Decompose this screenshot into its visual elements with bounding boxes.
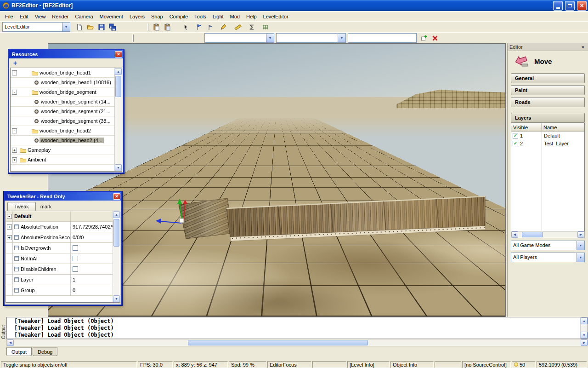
menu-item-tools[interactable]: Tools (191, 12, 209, 21)
save-button[interactable] (96, 22, 107, 32)
scrollbar-thumb[interactable] (115, 76, 121, 97)
flag-tool-button[interactable] (194, 22, 205, 32)
collapse-icon[interactable]: - (12, 128, 17, 133)
tweakerbar-titlebar[interactable]: TweakerBar - Read Only ✕ (5, 192, 121, 201)
resources-vscrollbar[interactable]: ▲ ▼ (114, 68, 122, 171)
property-checkbox[interactable] (73, 256, 78, 261)
editor-panel-close-button[interactable]: ✕ (580, 45, 586, 50)
tab-mark[interactable]: mark (40, 202, 51, 211)
tree-item[interactable]: wooden_bridge_head1 (10816) (11, 78, 114, 87)
menu-item-view[interactable]: View (32, 12, 49, 21)
restore-button[interactable] (565, 1, 575, 11)
expand-icon[interactable]: + (12, 157, 17, 162)
editor-mode-combo[interactable]: LevelEditor ▼ (2, 22, 70, 32)
grid-tool-button[interactable] (260, 22, 271, 32)
scrollbar-thumb[interactable] (522, 232, 543, 237)
menu-item-edit[interactable]: Edit (17, 12, 32, 21)
layers-section-header[interactable]: Layers (511, 113, 585, 123)
minimize-button[interactable] (553, 1, 563, 11)
scroll-right-icon[interactable]: ▶ (581, 339, 588, 346)
tree-item[interactable]: wooden_bridge_segment (38... (11, 116, 114, 126)
pen-tool-button[interactable] (218, 22, 229, 32)
chevron-down-icon[interactable]: ▼ (266, 34, 274, 42)
scroll-up-icon[interactable]: ▲ (113, 211, 120, 218)
tree-item[interactable]: wooden_bridge_segment (21... (11, 107, 114, 116)
open-button[interactable] (85, 22, 96, 32)
property-checkbox[interactable] (73, 266, 78, 272)
editor-panel-titlebar[interactable]: Editor ✕ (508, 43, 588, 51)
menu-item-help[interactable]: Help (243, 12, 260, 21)
tree-item[interactable]: wooden_bridge_segment (14... (11, 97, 114, 107)
expand-icon[interactable]: + (7, 224, 12, 230)
select-cursor-button[interactable] (180, 22, 191, 32)
save-all-button[interactable] (107, 22, 118, 32)
scroll-right-icon[interactable]: ▶ (577, 231, 584, 238)
console-vscrollbar[interactable]: ▲ ▼ (580, 317, 588, 339)
resources-close-button[interactable]: ✕ (115, 51, 122, 58)
chevron-down-icon[interactable]: ▼ (577, 253, 584, 262)
scroll-down-icon[interactable]: ▼ (115, 164, 122, 171)
property-row[interactable]: NotInAI (6, 253, 113, 264)
flag-tool-2-button[interactable] (205, 22, 216, 32)
scroll-left-icon[interactable]: ◀ (7, 339, 14, 346)
property-checkbox[interactable] (73, 245, 78, 251)
chevron-down-icon[interactable]: ▼ (338, 34, 345, 42)
scrollbar-thumb[interactable] (113, 219, 119, 247)
menu-item-layers[interactable]: Layers (126, 12, 148, 21)
column-visible[interactable]: Visible (511, 123, 542, 132)
tree-folder[interactable]: + Gameplay (11, 145, 114, 155)
sigma-tool-button[interactable] (246, 22, 257, 32)
property-row[interactable]: IsOvergrowth (6, 243, 113, 253)
tab-output[interactable]: Output (6, 347, 32, 356)
game-modes-combo[interactable]: All Game Modes ▼ (511, 241, 585, 250)
tab-debug[interactable]: Debug (33, 347, 57, 356)
expand-icon[interactable]: + (12, 148, 17, 153)
console-log[interactable]: [Tweaker] Load Object (Object) [Tweaker]… (7, 317, 580, 339)
property-row[interactable]: + AbsolutePositionSeco... 0/0/0 (6, 232, 113, 243)
toolbar-grip-2[interactable] (132, 34, 134, 42)
tweaker-vscrollbar[interactable]: ▲ ▼ (113, 211, 120, 302)
new-file-button[interactable] (74, 22, 85, 32)
column-name[interactable]: Name (542, 123, 584, 132)
tab-tweak[interactable]: Tweak (7, 202, 36, 211)
menu-item-leveleditor[interactable]: LevelEditor (260, 12, 292, 21)
scroll-down-icon[interactable]: ▼ (581, 332, 588, 339)
resources-panel-titlebar[interactable]: Resources ✕ (9, 50, 123, 58)
menu-item-movement[interactable]: Movement (96, 12, 126, 21)
menu-item-render[interactable]: Render (49, 12, 72, 21)
paste-special-button[interactable] (162, 22, 173, 32)
general-button[interactable]: General (511, 73, 585, 83)
collapse-icon[interactable]: - (7, 214, 12, 219)
layers-table-hscrollbar[interactable]: ◀ ▶ (511, 231, 585, 238)
chevron-down-icon[interactable]: ▼ (62, 23, 70, 31)
collapse-icon[interactable]: - (12, 70, 17, 75)
menu-item-snap[interactable]: Snap (148, 12, 166, 21)
layer-visible-checkbox[interactable]: ✓ (513, 141, 518, 146)
paste-button[interactable] (151, 22, 162, 32)
scrollbar-thumb[interactable] (188, 340, 368, 345)
property-row[interactable]: Layer 1 (6, 275, 113, 285)
filter-combo-2[interactable]: ▼ (276, 33, 346, 43)
layer-visible-checkbox[interactable]: ✓ (513, 133, 518, 138)
tree-folder[interactable]: - wooden_bridge_head2 (11, 126, 114, 136)
console-side-tab[interactable]: Output (0, 317, 6, 339)
collapse-icon[interactable]: - (12, 90, 17, 95)
wooden-bridge-object[interactable] (172, 191, 494, 242)
property-row[interactable]: Group 0 (6, 285, 113, 296)
paint-button[interactable]: Paint (511, 85, 585, 95)
tree-item-selected[interactable]: wooden_bridge_head2 (4... (11, 136, 114, 145)
menu-item-mod[interactable]: Mod (227, 12, 243, 21)
scroll-left-icon[interactable]: ◀ (511, 231, 518, 238)
property-row[interactable]: DisableChildren (6, 264, 113, 275)
add-resource-button[interactable]: + (11, 59, 19, 67)
window-titlebar[interactable]: BF2Editor - [BF2Editor] ✕ (0, 0, 588, 11)
menu-item-camera[interactable]: Camera (72, 12, 96, 21)
players-combo[interactable]: All Players ▼ (511, 253, 585, 262)
chevron-down-icon[interactable]: ▼ (577, 241, 584, 250)
add-filter-button[interactable] (418, 33, 430, 43)
clear-filter-button[interactable] (430, 33, 441, 43)
tweakerbar-close-button[interactable]: ✕ (113, 193, 120, 200)
menu-item-light[interactable]: Light (209, 12, 227, 21)
filter-combo-1[interactable]: ▼ (204, 33, 274, 43)
property-row[interactable]: + AbsolutePosition 917.729/28.7402/9 (6, 222, 113, 232)
